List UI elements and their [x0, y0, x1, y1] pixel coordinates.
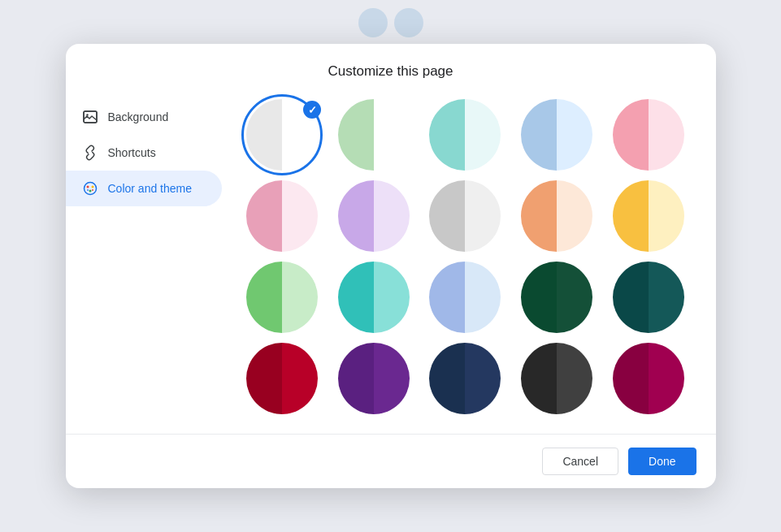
svg-point-7	[87, 189, 89, 191]
svg-point-5	[91, 186, 93, 188]
browser-tab-2	[394, 8, 423, 37]
sidebar-background-label: Background	[108, 110, 169, 123]
customize-dialog: Customize this page Background	[66, 44, 716, 488]
dialog-footer: Cancel Done	[66, 434, 716, 488]
color-option-c11[interactable]	[332, 262, 414, 333]
sidebar: Background Shortcuts	[66, 93, 228, 434]
browser-hint	[358, 8, 423, 37]
link-icon	[82, 145, 98, 161]
color-option-c0[interactable]: ✓	[241, 99, 323, 171]
sidebar-shortcuts-label: Shortcuts	[108, 146, 156, 159]
cancel-button[interactable]: Cancel	[542, 448, 618, 475]
color-option-c12[interactable]	[424, 262, 506, 333]
color-option-c17[interactable]	[424, 343, 506, 414]
color-content: ✓	[228, 93, 716, 434]
color-option-c19[interactable]	[608, 343, 690, 414]
svg-point-2	[86, 114, 88, 115]
check-badge: ✓	[303, 101, 321, 119]
color-grid: ✓	[241, 99, 696, 414]
sidebar-item-background[interactable]: Background	[66, 99, 222, 135]
color-option-c1[interactable]	[332, 99, 414, 171]
svg-point-8	[92, 189, 93, 191]
color-option-c3[interactable]	[516, 99, 598, 171]
dialog-title: Customize this page	[66, 44, 716, 93]
dialog-body: Background Shortcuts	[66, 93, 716, 434]
color-option-c13[interactable]	[516, 262, 598, 333]
color-option-c6[interactable]	[332, 180, 414, 252]
color-option-c7[interactable]	[424, 180, 506, 252]
color-option-c10[interactable]	[241, 262, 323, 333]
sidebar-item-color-and-theme[interactable]: Color and theme	[66, 171, 222, 206]
dialog-backdrop: Customize this page Background	[0, 0, 781, 532]
color-option-c9[interactable]	[608, 180, 690, 252]
svg-point-6	[89, 190, 91, 192]
color-option-c14[interactable]	[608, 262, 690, 333]
color-option-c8[interactable]	[516, 180, 598, 252]
image-icon	[82, 109, 98, 125]
svg-point-4	[86, 186, 89, 188]
color-option-c5[interactable]	[241, 180, 323, 252]
browser-tab-1	[358, 8, 388, 37]
done-button[interactable]: Done	[628, 448, 696, 475]
color-option-c2[interactable]	[424, 99, 506, 171]
color-option-c4[interactable]	[608, 99, 690, 171]
color-option-c16[interactable]	[332, 343, 414, 414]
palette-icon	[82, 180, 98, 197]
sidebar-color-theme-label: Color and theme	[108, 182, 193, 195]
color-option-c15[interactable]	[241, 343, 323, 414]
color-option-c18[interactable]	[516, 343, 598, 414]
svg-point-3	[84, 183, 96, 195]
sidebar-item-shortcuts[interactable]: Shortcuts	[66, 135, 222, 171]
